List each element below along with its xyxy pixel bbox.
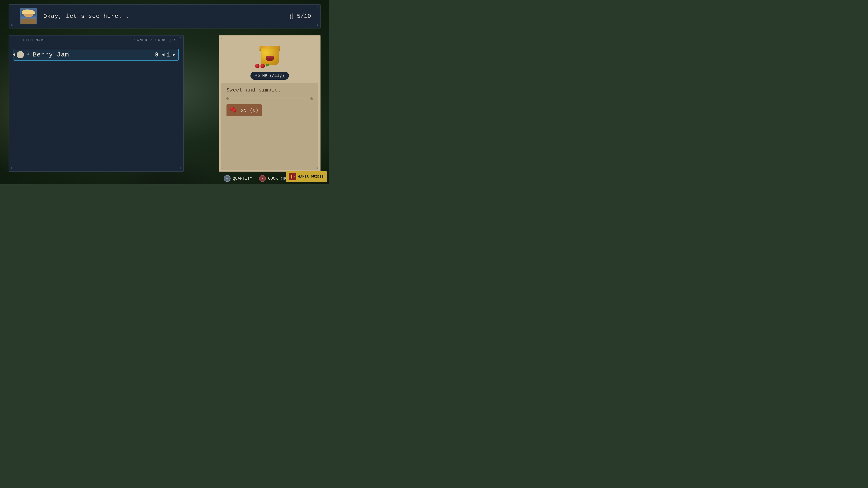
divider-diamond-right [310,97,313,100]
svg-rect-2 [293,177,293,178]
col-owned-cook-header: OWNED / COOK QTY [134,38,176,42]
dialog-corner-bl: └ [9,24,13,28]
item-image-area [219,35,320,72]
item-name: Berry Jam [33,51,154,58]
item-list: ⑂ Berry Jam 0 ◄ 1 ► [9,45,183,65]
ingredient-quantity: x5 (6) [241,108,258,113]
item-panel-corner-br: ┘ [179,167,183,171]
dialog-text: Okay, let's see here... [43,13,288,20]
dpad-button-icon: ✛ [224,175,230,182]
effect-badge: +5 MP (Ally) [250,72,289,80]
watermark-bg: GAMER GUIDES [286,171,327,182]
divider-line [230,99,310,99]
item-fork-icon: ⑂ [27,53,29,57]
item-sprite [257,42,282,67]
item-panel-corner-tl: ⌐ [9,36,13,40]
quantity-hint: ✛ QUANTITY [224,175,252,182]
dialog-corner-tr: ¬ [315,5,320,9]
quantity-stepper[interactable]: ◄ 1 ► [162,51,176,58]
qty-value: 1 [166,51,171,58]
item-owned-count: 0 [154,51,158,58]
qty-arrow-left[interactable]: ◄ [162,52,164,57]
detail-panel-corner-bl: └ [220,166,224,171]
watermark-text: GAMER GUIDES [298,175,324,178]
detail-panel-corner-br: ┘ [315,166,320,171]
detail-description-area: Sweet and simple. x5 (6) [221,83,318,170]
ingredient-divider [226,98,313,100]
fork-icon: 🍴 [288,13,294,20]
item-panel-corner-tr: ¬ [179,36,183,40]
panel-header: ITEM NAME OWNED / COOK QTY [9,35,183,45]
dialog-box: ⌐ ¬ └ ┘ Okay, let's see here... 🍴 5/10 [8,4,320,29]
watermark-icon [289,173,296,180]
meal-counter: 🍴 5/10 [288,13,311,20]
divider-diamond-left [226,97,229,100]
qty-arrow-right[interactable]: ► [173,52,176,57]
quantity-label: QUANTITY [233,176,252,181]
detail-panel: ⌐ ¬ └ ┘ +5 MP (Ally) Sweet and simple. [219,35,320,172]
item-panel-corner-bl: └ [9,167,13,171]
item-selector-cursor [17,51,24,58]
x-button-icon: ✕ [259,175,266,182]
berry-ingredient-icon [230,106,238,114]
svg-rect-1 [293,175,293,177]
item-list-panel: ⌐ ¬ └ ┘ ITEM NAME OWNED / COOK QTY ⑂ Ber… [8,35,184,172]
dialog-corner-tl: ⌐ [9,5,13,9]
ingredient-row: x5 (6) [226,104,262,116]
svg-rect-3 [294,176,294,177]
avatar [20,8,37,24]
watermark: GAMER GUIDES [286,171,327,182]
table-row[interactable]: ⑂ Berry Jam 0 ◄ 1 ► [13,49,179,61]
dialog-corner-br: ┘ [315,24,320,28]
svg-rect-0 [291,175,292,178]
col-item-name-header: ITEM NAME [23,38,134,42]
meal-counter-value: 5/10 [297,13,311,20]
item-description: Sweet and simple. [226,88,313,93]
